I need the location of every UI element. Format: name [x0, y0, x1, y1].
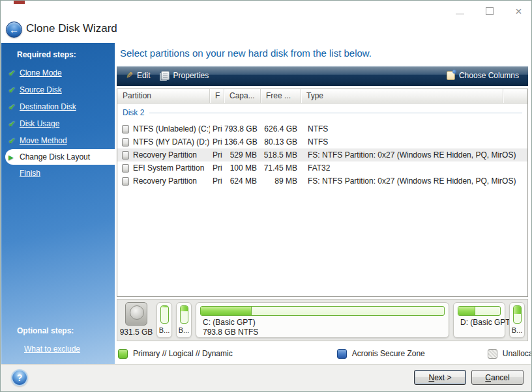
group-rule — [149, 113, 522, 113]
edit-label: Edit — [137, 71, 151, 80]
cancel-button[interactable]: Cancel — [471, 370, 524, 385]
next-button[interactable]: Next > — [414, 370, 466, 385]
step-link[interactable]: Disk Usage — [20, 119, 59, 128]
sidebar-item-what-to-exclude[interactable]: What to exclude — [1, 341, 115, 357]
required-steps-label: Required steps: — [1, 43, 115, 64]
toolbar: ✎ Edit Properties Choose Columns — [117, 66, 528, 86]
steps-sidebar: Required steps: ✔ Clone Mode ✔ Source Di… — [1, 43, 115, 364]
back-button[interactable]: ← — [6, 21, 22, 38]
properties-button[interactable]: Properties — [156, 68, 214, 83]
properties-label: Properties — [173, 71, 209, 80]
app-icon — [14, 1, 25, 4]
table-row[interactable]: NTFS (MY DATA) (D:) Pri 136.4 GB 80.13 G… — [117, 135, 527, 148]
usage-bar — [160, 305, 169, 324]
partition-name: Recovery Partition — [133, 176, 197, 186]
legend-item-unallocated: Unallocated // Unsupported — [488, 349, 532, 359]
disk-group-label: Disk 2 — [123, 108, 144, 117]
sidebar-item-destination-disk[interactable]: ✔ Destination Disk — [1, 98, 115, 115]
column-header-partition[interactable]: Partition — [117, 89, 210, 103]
table-row[interactable]: EFI System Partition Pri 100 MB 71.45 MB… — [117, 161, 527, 175]
page-title: Clone Disk Wizard — [26, 22, 117, 35]
legend-item-secure-zone: Acronis Secure Zone — [337, 349, 425, 359]
column-header-flags[interactable]: F — [210, 89, 224, 103]
choose-columns-button[interactable]: Choose Columns — [441, 68, 524, 83]
close-button[interactable]: × — [512, 5, 525, 18]
check-icon: ✔ — [8, 136, 20, 146]
partition-name: EFI System Partition — [133, 163, 204, 173]
step-link[interactable]: What to exclude — [24, 344, 80, 354]
step-link[interactable]: Move Method — [20, 136, 67, 145]
disk-group-row: Disk 2 — [123, 105, 522, 120]
wizard-header: ← Clone Disk Wizard — [1, 20, 531, 43]
partition-icon — [122, 125, 129, 133]
legend: Primary // Logical // Dynamic Acronis Se… — [117, 344, 528, 363]
properties-icon — [161, 71, 170, 80]
main-panel: Select partitions on your new hard disk … — [115, 43, 531, 364]
column-header-type[interactable]: Type — [301, 89, 503, 103]
primary-swatch-icon — [118, 349, 128, 359]
disk-identity: 931.5 GB — [120, 302, 153, 338]
choose-columns-label: Choose Columns — [459, 71, 519, 80]
minimize-button[interactable] — [454, 5, 466, 18]
step-link[interactable]: Destination Disk — [20, 102, 76, 111]
clone-disk-wizard-window: × ← Clone Disk Wizard Required steps: ✔ … — [0, 0, 532, 392]
sidebar-item-clone-mode[interactable]: ✔ Clone Mode — [1, 64, 115, 81]
usage-bar — [513, 305, 522, 324]
help-button[interactable]: ? — [11, 369, 28, 386]
partition-icon — [122, 164, 129, 173]
pencil-icon: ✎ — [126, 70, 133, 80]
disk-map: 931.5 GB B... B... C: (Basic GPT) 793.8 … — [117, 299, 528, 341]
sidebar-item-finish[interactable]: Finish — [1, 165, 115, 182]
sidebar-item-move-method[interactable]: ✔ Move Method — [1, 132, 115, 149]
usage-bar — [200, 306, 445, 316]
unallocated-swatch-icon — [488, 349, 497, 359]
secure-zone-swatch-icon — [337, 349, 347, 359]
check-icon: ✔ — [8, 68, 20, 78]
edit-button[interactable]: ✎ Edit — [121, 68, 156, 83]
partition-block-recovery-2[interactable]: B... — [509, 302, 525, 338]
step-label: Change Disk Layout — [20, 152, 90, 161]
column-header-free[interactable]: Free ... — [261, 89, 301, 103]
partition-name: NTFS (MY DATA) (D:) — [133, 137, 209, 147]
partition-name: Recovery Partition — [133, 150, 197, 160]
partition-block-efi[interactable]: B... — [176, 302, 192, 338]
partition-icon — [122, 177, 129, 186]
check-icon: ✔ — [8, 85, 20, 95]
partition-icon — [122, 151, 129, 160]
step-link[interactable]: Clone Mode — [20, 68, 62, 77]
current-step-arrow-icon: ▶ — [8, 154, 20, 161]
partition-name: NTFS (Unlabeled) (C:) — [133, 124, 210, 133]
table-row[interactable]: Recovery Partition Pri 624 MB 89 MB FS: … — [117, 175, 527, 188]
check-icon: ✔ — [8, 102, 20, 112]
step-link[interactable]: Source Disk — [20, 85, 62, 94]
partition-block-c[interactable]: C: (Basic GPT) 793.8 GB NTFS — [196, 302, 449, 338]
legend-item-primary: Primary // Logical // Dynamic — [118, 349, 233, 359]
footer-bar: ? Next > Cancel — [1, 364, 531, 391]
usage-bar — [458, 306, 501, 316]
partition-icon — [122, 138, 129, 147]
check-icon: ✔ — [8, 119, 20, 129]
usage-bar — [180, 305, 188, 324]
back-arrow-icon: ← — [9, 24, 19, 35]
optional-steps-label: Optional steps: — [1, 319, 115, 341]
table-row[interactable]: NTFS (Unlabeled) (C:) Pri 793.8 GB 626.4… — [117, 122, 527, 135]
maximize-button[interactable] — [483, 5, 495, 18]
column-header-capacity[interactable]: Capa... — [224, 89, 261, 103]
sidebar-item-disk-usage[interactable]: ✔ Disk Usage — [1, 115, 115, 132]
disk-capacity-label: 931.5 GB — [120, 328, 153, 337]
titlebar: × — [1, 1, 531, 20]
partition-table: Partition F Capa... Free ... Type Disk 2… — [117, 89, 528, 297]
sidebar-item-source-disk[interactable]: ✔ Source Disk — [1, 81, 115, 98]
table-header: Partition F Capa... Free ... Type — [117, 89, 527, 104]
column-header-extra — [503, 89, 527, 103]
step-link[interactable]: Finish — [20, 169, 40, 178]
main-heading: Select partitions on your new hard disk … — [120, 48, 372, 59]
partition-block-d[interactable]: D: (Basic GPT) — [453, 302, 505, 338]
choose-columns-icon — [447, 71, 455, 80]
question-icon: ? — [17, 372, 23, 383]
hard-disk-icon — [125, 302, 147, 326]
sidebar-item-change-disk-layout[interactable]: ▶ Change Disk Layout — [5, 149, 115, 165]
partition-block-recovery-1[interactable]: B... — [156, 302, 172, 338]
table-row[interactable]: Recovery Partition Pri 529 MB 518.5 MB F… — [117, 148, 527, 161]
